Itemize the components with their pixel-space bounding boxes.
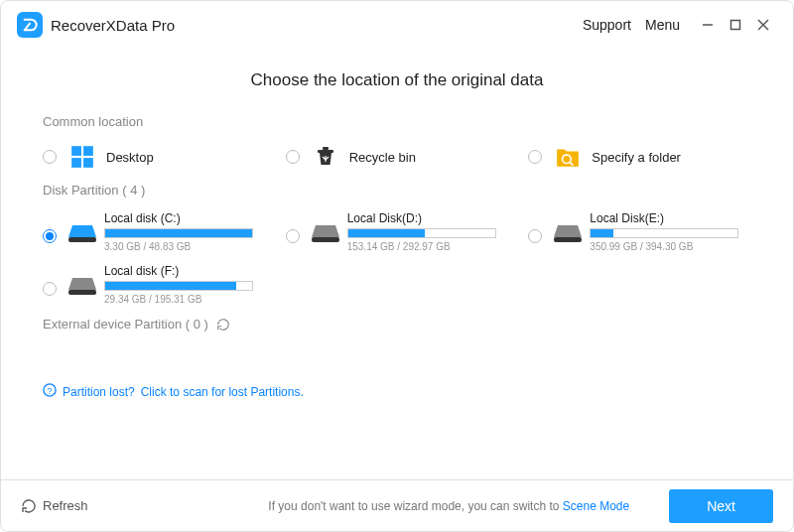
disk-icon-f bbox=[68, 276, 96, 296]
svg-rect-8 bbox=[318, 150, 333, 153]
svg-rect-7 bbox=[83, 158, 93, 168]
folder-label: Specify a folder bbox=[592, 150, 681, 165]
recycle-label: Recycle bin bbox=[349, 150, 416, 165]
svg-rect-12 bbox=[68, 237, 96, 242]
svg-rect-14 bbox=[554, 237, 582, 242]
refresh-external-icon[interactable] bbox=[216, 318, 230, 332]
titlebar: RecoverXData Pro Support Menu bbox=[1, 1, 793, 49]
support-link[interactable]: Support bbox=[583, 17, 631, 33]
windows-icon bbox=[68, 143, 96, 171]
disk-d-bar bbox=[347, 228, 496, 238]
page-heading: Choose the location of the original data bbox=[43, 70, 751, 90]
partition-lost-text: Partition lost? bbox=[63, 385, 135, 399]
radio-disk-d[interactable] bbox=[286, 229, 300, 243]
location-specify-folder[interactable]: Specify a folder bbox=[528, 143, 751, 171]
maximize-button[interactable] bbox=[722, 11, 749, 39]
radio-folder[interactable] bbox=[528, 150, 542, 164]
location-recycle-bin[interactable]: Recycle bin bbox=[286, 143, 509, 171]
disk-icon-e bbox=[554, 223, 582, 243]
partition-lost-hint: ? Partition lost? Click to scan for lost… bbox=[43, 383, 751, 400]
menu-link[interactable]: Menu bbox=[645, 17, 680, 33]
common-location-label: Common location bbox=[43, 114, 751, 129]
svg-rect-9 bbox=[323, 147, 329, 150]
minimize-button[interactable] bbox=[694, 11, 722, 39]
disk-e[interactable]: Local Disk(E:) 350.99 GB / 394.30 GB bbox=[528, 211, 751, 252]
disk-c-size: 3.30 GB / 48.83 GB bbox=[104, 241, 266, 252]
disk-icon-c bbox=[68, 223, 96, 243]
next-button[interactable]: Next bbox=[669, 489, 773, 523]
disks-row-2: Local disk (F:) 29.34 GB / 195.31 GB bbox=[43, 264, 751, 305]
svg-rect-13 bbox=[312, 237, 339, 242]
svg-rect-1 bbox=[731, 21, 740, 30]
disk-e-size: 350.99 GB / 394.30 GB bbox=[590, 241, 751, 252]
disk-f-name: Local disk (F:) bbox=[104, 264, 266, 278]
disk-f-bar bbox=[104, 281, 253, 291]
scene-mode-link[interactable]: Scene Mode bbox=[563, 499, 629, 513]
desktop-label: Desktop bbox=[106, 150, 154, 165]
refresh-label: Refresh bbox=[43, 498, 88, 513]
disk-c[interactable]: Local disk (C:) 3.30 GB / 48.83 GB bbox=[43, 211, 266, 252]
wizard-text: If you don't want to use wizard mode, yo… bbox=[268, 499, 562, 513]
disk-partition-label: Disk Partition ( 4 ) bbox=[43, 183, 751, 198]
common-locations-row: Desktop Recycle bin Specify a folder bbox=[43, 143, 751, 171]
location-desktop[interactable]: Desktop bbox=[43, 143, 266, 171]
svg-rect-6 bbox=[71, 158, 81, 168]
refresh-button[interactable]: Refresh bbox=[21, 498, 88, 514]
disk-c-bar bbox=[104, 228, 253, 238]
main-content: Choose the location of the original data… bbox=[1, 49, 793, 479]
radio-disk-e[interactable] bbox=[528, 229, 542, 243]
app-title: RecoverXData Pro bbox=[51, 17, 175, 34]
close-button[interactable] bbox=[749, 11, 777, 39]
disks-row-1: Local disk (C:) 3.30 GB / 48.83 GB Local… bbox=[43, 211, 751, 252]
footer-hint: If you don't want to use wizard mode, yo… bbox=[268, 499, 629, 513]
disk-f-size: 29.34 GB / 195.31 GB bbox=[104, 294, 266, 305]
radio-disk-f[interactable] bbox=[43, 282, 57, 296]
svg-rect-4 bbox=[71, 146, 81, 156]
radio-recycle[interactable] bbox=[286, 150, 300, 164]
help-icon: ? bbox=[43, 383, 57, 400]
radio-disk-c[interactable] bbox=[43, 229, 57, 243]
svg-rect-5 bbox=[83, 146, 93, 156]
folder-search-icon bbox=[554, 143, 582, 171]
footer: Refresh If you don't want to use wizard … bbox=[1, 479, 793, 531]
scan-partitions-link[interactable]: Click to scan for lost Partitions. bbox=[141, 385, 304, 399]
disk-c-name: Local disk (C:) bbox=[104, 211, 266, 225]
external-device-label: External device Partition ( 0 ) bbox=[43, 317, 751, 332]
svg-rect-15 bbox=[68, 290, 96, 295]
disk-icon-d bbox=[312, 223, 339, 243]
recycle-bin-icon bbox=[312, 143, 339, 171]
app-window: RecoverXData Pro Support Menu Choose the… bbox=[0, 0, 794, 532]
svg-text:?: ? bbox=[48, 386, 53, 396]
disk-e-bar bbox=[590, 228, 738, 238]
external-label-text: External device Partition ( 0 ) bbox=[43, 317, 208, 332]
app-logo-icon bbox=[17, 12, 43, 38]
disk-e-name: Local Disk(E:) bbox=[590, 211, 751, 225]
disk-f[interactable]: Local disk (F:) 29.34 GB / 195.31 GB bbox=[43, 264, 266, 305]
disk-d-name: Local Disk(D:) bbox=[347, 211, 509, 225]
disk-d-size: 153.14 GB / 292.97 GB bbox=[347, 241, 509, 252]
disk-d[interactable]: Local Disk(D:) 153.14 GB / 292.97 GB bbox=[286, 211, 509, 252]
radio-desktop[interactable] bbox=[43, 150, 57, 164]
